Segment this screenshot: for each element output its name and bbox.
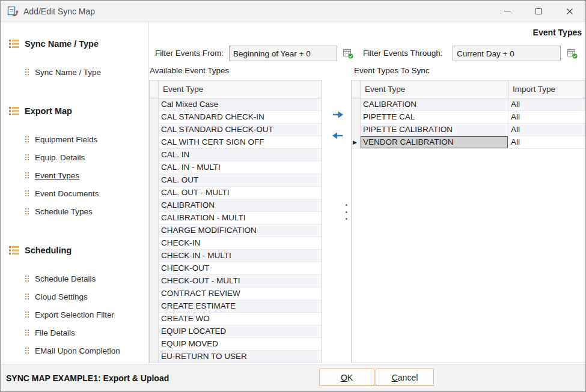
row-indicator: [150, 98, 159, 110]
sidebar-nav: Sync Name / TypeSync Name / TypeExport M…: [1, 22, 149, 364]
sidebar-item-equipment-fields[interactable]: Equipment Fields: [1, 130, 148, 148]
sidebar-item-schedule-details[interactable]: Schedule Details: [1, 270, 148, 288]
filter-from-calendar-button[interactable]: [342, 47, 354, 59]
available-row[interactable]: CHECK-OUT - MULTI: [150, 275, 322, 288]
sidebar-section-header-export-map[interactable]: Export Map: [1, 105, 148, 117]
header-indicator-cell: [150, 80, 159, 98]
move-right-button[interactable]: [330, 107, 346, 122]
available-row[interactable]: CHARGE MODIFICATION: [150, 225, 322, 237]
filter-through-calendar-button[interactable]: [566, 47, 578, 59]
sync-column-header-import-type[interactable]: Import Type: [508, 80, 586, 98]
available-row[interactable]: EU-RETURN TO USER: [150, 351, 322, 363]
filter-from-input[interactable]: [229, 46, 337, 61]
row-indicator: [352, 124, 361, 136]
available-row[interactable]: CAL. IN - MULTI: [150, 161, 322, 174]
available-row[interactable]: CAL. OUT - MULTI: [150, 187, 322, 199]
window-controls: [492, 1, 585, 22]
event-type-cell: CAL. OUT: [159, 174, 322, 186]
available-row[interactable]: CAL STANDARD CHECK-OUT: [150, 124, 322, 136]
available-row[interactable]: CONTRACT REVIEW: [150, 288, 322, 300]
available-row[interactable]: CHECK-OUT: [150, 262, 322, 275]
event-type-cell: CALIBRATION - MULTI: [159, 212, 322, 224]
row-indicator: [150, 275, 159, 287]
main-panel: Event Types Filter Events From: Filter E…: [149, 22, 585, 364]
row-indicator: [150, 325, 159, 337]
row-indicator: [150, 149, 159, 161]
list-icon: [9, 107, 19, 115]
available-row[interactable]: EQUIP LOCATED: [150, 325, 322, 338]
sync-row[interactable]: PIPETTE CALIBRATIONAll: [352, 124, 586, 136]
row-indicator: [150, 111, 159, 123]
available-row[interactable]: EQUIP MOVED: [150, 338, 322, 351]
section-label: Sync Name / Type: [25, 39, 99, 49]
sidebar-item-schedule-types[interactable]: Schedule Types: [1, 202, 148, 220]
sidebar-item-email-upon-completion[interactable]: EMail Upon Completion: [1, 342, 148, 360]
filter-through-input[interactable]: [453, 46, 561, 61]
item-bullet-icon: [25, 208, 29, 215]
available-grid-body: Cal Mixed CaseCAL STANDARD CHECK-INCAL S…: [150, 98, 322, 363]
import-type-cell: All: [508, 136, 586, 148]
sync-row[interactable]: CALIBRATIONAll: [352, 98, 586, 111]
available-row[interactable]: CALIBRATION: [150, 199, 322, 212]
event-type-cell: CREATE ESTIMATE: [159, 300, 322, 312]
close-icon: [566, 8, 573, 15]
available-event-types-grid: Event Type Cal Mixed CaseCAL STANDARD CH…: [149, 80, 322, 363]
import-type-cell: All: [508, 111, 586, 123]
available-column-header-event-type[interactable]: Event Type: [159, 80, 322, 98]
item-bullet-icon: [25, 154, 29, 161]
ok-button[interactable]: OK: [319, 369, 374, 386]
footer-bar: SYNC MAP EXAMPLE1: Export & Upload OK Ca…: [1, 364, 585, 391]
sidebar-item-event-types[interactable]: Event Types: [1, 166, 148, 184]
sidebar-item-sync-name-type[interactable]: Sync Name / Type: [1, 63, 148, 81]
sidebar-item-event-documents[interactable]: Event Documents: [1, 184, 148, 202]
sidebar-section-header-sync-name-type[interactable]: Sync Name / Type: [1, 38, 148, 50]
sidebar-section-header-scheduling[interactable]: Scheduling: [1, 244, 148, 256]
sidebar-item-file-details[interactable]: File Details: [1, 324, 148, 342]
item-label: EMail Upon Completion: [35, 346, 120, 355]
available-row[interactable]: CHECK-IN: [150, 237, 322, 250]
minimize-button[interactable]: [492, 1, 523, 22]
sidebar-section-sync-name-type: Sync Name / TypeSync Name / Type: [1, 38, 148, 81]
sidebar-item-equip-details[interactable]: Equip. Details: [1, 148, 148, 166]
event-type-cell: CAL STANDARD CHECK-OUT: [159, 124, 322, 136]
row-indicator: [150, 313, 159, 325]
splitter-handle[interactable]: [344, 204, 349, 220]
cancel-button-label: C: [392, 373, 398, 382]
item-bullet-icon: [25, 68, 29, 76]
sidebar-item-cloud-settings[interactable]: Cloud Settings: [1, 288, 148, 306]
available-row[interactable]: CREATE ESTIMATE: [150, 300, 322, 313]
available-row[interactable]: CHECK-IN - MULTI: [150, 250, 322, 262]
item-label: File Details: [35, 328, 75, 337]
available-row[interactable]: CAL STANDARD CHECK-IN: [150, 111, 322, 124]
event-type-cell: CALIBRATION: [361, 98, 508, 110]
filter-from-label: Filter Events From:: [155, 46, 224, 61]
event-type-cell: CHECK-OUT - MULTI: [159, 275, 322, 287]
sync-column-header-event-type[interactable]: Event Type: [361, 80, 508, 98]
event-type-cell: CAL. IN: [159, 149, 322, 161]
row-indicator: [150, 237, 159, 249]
available-row[interactable]: CAL. IN: [150, 149, 322, 161]
dialog-body: Sync Name / TypeSync Name / TypeExport M…: [1, 22, 585, 364]
close-button[interactable]: [554, 1, 585, 22]
event-type-cell: CAL STANDARD CHECK-IN: [159, 111, 322, 123]
arrow-left-icon: [332, 131, 344, 140]
sync-row[interactable]: PIPETTE CALAll: [352, 111, 586, 124]
available-row[interactable]: CAL. OUT: [150, 174, 322, 187]
page-title: Event Types: [533, 28, 582, 37]
row-indicator: [150, 161, 159, 173]
row-indicator: [150, 351, 159, 363]
cancel-button[interactable]: Cancel: [376, 369, 434, 386]
available-row[interactable]: CAL WITH CERT SIGN OFF: [150, 136, 322, 149]
available-row[interactable]: Cal Mixed Case: [150, 98, 322, 111]
sidebar-item-export-selection-filter[interactable]: Export Selection Filter: [1, 306, 148, 324]
sync-row[interactable]: ▶VENDOR CALIBRATIONAll: [352, 136, 586, 149]
sync-map-status-text: SYNC MAP EXAMPLE1: Export & Upload: [6, 364, 169, 392]
available-row[interactable]: CREATE WO: [150, 313, 322, 325]
event-type-cell: CALIBRATION: [159, 199, 322, 211]
available-row[interactable]: CALIBRATION - MULTI: [150, 212, 322, 225]
move-left-button[interactable]: [330, 128, 346, 143]
import-type-cell: All: [508, 124, 586, 136]
maximize-button[interactable]: [523, 1, 554, 22]
sidebar-section-export-map: Export MapEquipment FieldsEquip. Details…: [1, 105, 148, 220]
item-label: Schedule Types: [35, 207, 93, 216]
